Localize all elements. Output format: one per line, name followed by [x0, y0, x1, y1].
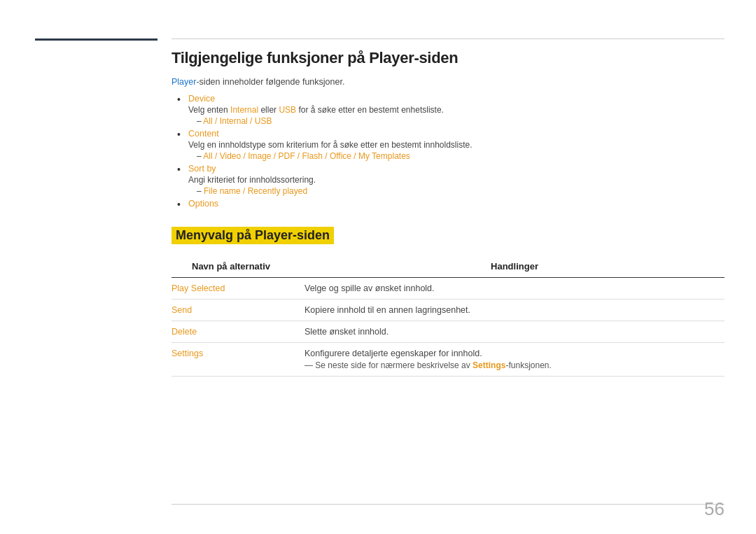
sortby-sub: – File name / Recently played	[197, 186, 724, 196]
device-options: All / Internal / USB	[203, 116, 272, 126]
content-sub: – All / Video / Image / PDF / Flash / Of…	[197, 151, 724, 161]
menu-table: Navn på alternativ Handlinger Play Selec…	[172, 257, 724, 377]
table-row: Play Selected Velge og spille av ønsket …	[172, 278, 724, 300]
section2-title: Menyvalg på Player-siden	[172, 227, 334, 244]
top-rule	[172, 38, 724, 39]
page-title: Tilgjengelige funksjoner på Player-siden	[172, 49, 724, 67]
sidebar-line	[35, 38, 158, 41]
device-desc: Velg enten Internal eller USB for å søke…	[188, 105, 724, 115]
settings-note: ― Se neste side for nærmere beskrivelse …	[304, 360, 724, 370]
list-item-options: Options	[177, 199, 724, 209]
main-content: Tilgjengelige funksjoner på Player-siden…	[172, 49, 724, 513]
intro-after: -siden inneholder følgende funksjoner.	[196, 77, 344, 87]
col-header-name: Navn på alternativ	[172, 257, 290, 278]
table-row: Send Kopiere innhold til en annen lagrin…	[172, 300, 724, 321]
bottom-rule	[172, 504, 724, 505]
row-name-play: Play Selected	[172, 278, 290, 300]
usb-link: USB	[279, 105, 296, 115]
row-action-settings: Konfigurere detaljerte egenskaper for in…	[290, 343, 724, 377]
settings-link: Settings	[472, 360, 505, 370]
row-action-delete: Slette ønsket innhold.	[290, 321, 724, 343]
row-name-settings: Settings	[172, 343, 290, 377]
table-header-row: Navn på alternativ Handlinger	[172, 257, 724, 278]
col-header-actions: Handlinger	[290, 257, 724, 278]
list-item-content: Content Velg en innholdstype som kriteri…	[177, 129, 724, 161]
list-item-sortby: Sort by Angi kriteriet for innholdssorte…	[177, 164, 724, 196]
row-name-send: Send	[172, 300, 290, 321]
intro-text: Player-siden inneholder følgende funksjo…	[172, 77, 724, 87]
sortby-label: Sort by	[188, 164, 216, 174]
row-action-play: Velge og spille av ønsket innhold.	[290, 278, 724, 300]
content-options: All / Video / Image / PDF / Flash / Offi…	[203, 151, 410, 161]
bullet-list: Device Velg enten Internal eller USB for…	[177, 94, 724, 209]
device-label: Device	[188, 94, 215, 104]
page-number: 56	[704, 498, 724, 520]
list-item-device: Device Velg enten Internal eller USB for…	[177, 94, 724, 126]
row-action-send: Kopiere innhold til en annen lagringsenh…	[290, 300, 724, 321]
player-link: Player	[172, 77, 196, 87]
table-row: Delete Slette ønsket innhold.	[172, 321, 724, 343]
row-name-delete: Delete	[172, 321, 290, 343]
page-container: Tilgjengelige funksjoner på Player-siden…	[0, 0, 756, 534]
options-label: Options	[188, 199, 218, 209]
sortby-options: File name / Recently played	[204, 186, 307, 196]
content-desc: Velg en innholdstype som kriterium for å…	[188, 140, 724, 150]
sortby-desc: Angi kriteriet for innholdssortering.	[188, 175, 724, 185]
internal-link: Internal	[230, 105, 258, 115]
content-label: Content	[188, 129, 219, 139]
table-row: Settings Konfigurere detaljerte egenskap…	[172, 343, 724, 377]
device-sub: – All / Internal / USB	[197, 116, 724, 126]
